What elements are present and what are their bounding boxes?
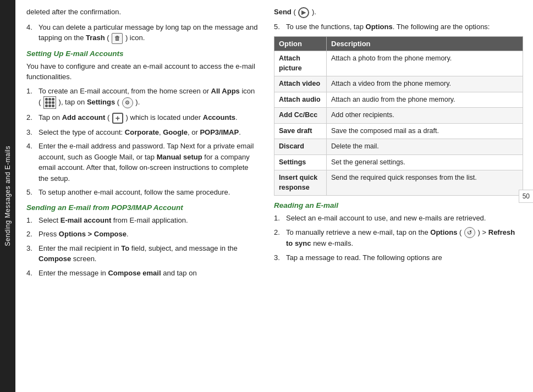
list-num: 1. [274, 213, 286, 224]
list-item: 4. Enter the e-mail address and password… [26, 141, 259, 184]
top-text: deleted after the confirmation. [26, 7, 259, 18]
section1-intro: You have to configure and create an e-ma… [26, 61, 259, 82]
settings-icon: ⚙ [122, 97, 133, 108]
list-content: To manually retrieve a new e-mail, tap o… [286, 227, 523, 249]
table-row: Attach pictureAttach a photo from the ph… [274, 51, 523, 76]
list-content: You can delete a particular message by l… [39, 22, 259, 44]
list-item: 5. To use the functions, tap Options. Th… [274, 21, 523, 32]
right-column: Send ( ▶ ). 5. To use the functions, tap… [268, 7, 533, 385]
section3-heading: Reading an E-mail [274, 201, 523, 209]
table-header-option: Option [274, 37, 327, 51]
list-item: 2. Tap on Add account ( + ) which is loc… [26, 112, 259, 124]
list-num: 2. [274, 227, 286, 249]
list-content: Press Options > Compose. [39, 229, 259, 240]
list-content: Tap on Add account ( + ) which is locate… [39, 112, 259, 124]
list-item: 3. Tap a message to read. The following … [274, 252, 523, 263]
list-num: 1. [26, 215, 39, 226]
table-cell-description: Attach a photo from the phone memory. [327, 51, 523, 76]
section2-list: 1. Select E-mail account from E-mail app… [26, 215, 259, 279]
table-row: DiscardDelete the mail. [274, 139, 523, 155]
table-cell-option: Attach picture [274, 51, 327, 76]
list-content: To use the functions, tap Options. The f… [286, 21, 523, 32]
table-header-description: Description [327, 37, 523, 51]
list-item: 4. You can delete a particular message b… [26, 22, 259, 44]
table-cell-description: Send the required quick responses from t… [327, 170, 523, 196]
list-content: Enter the e-mail address and password. T… [39, 141, 259, 184]
table-cell-option: Attach video [274, 76, 327, 92]
list-num: 4. [26, 268, 39, 279]
list-item: 1. To create an E-mail account, from the… [26, 86, 259, 109]
list-item: 1. Select E-mail account from E-mail app… [26, 215, 259, 226]
list-content: Tap a message to read. The following opt… [286, 252, 523, 263]
table-cell-option: Insert quick response [274, 170, 327, 196]
sidebar-label: Sending Messages and E-mails [4, 146, 12, 246]
sidebar: Sending Messages and E-mails [0, 0, 15, 392]
list-item: 2. To manually retrieve a new e-mail, ta… [274, 227, 523, 249]
list-num: 2. [26, 112, 39, 124]
list-num: 3. [26, 243, 39, 264]
table-cell-option: Attach audio [274, 92, 327, 108]
send-arrow-icon: ▶ [298, 7, 309, 18]
list-content: To create an E-mail account, from the ho… [39, 86, 259, 109]
send-line: Send ( ▶ ). [274, 7, 523, 18]
section1-list: 1. To create an E-mail account, from the… [26, 86, 259, 198]
list-num: 2. [26, 229, 39, 240]
list-before-section1: 4. You can delete a particular message b… [26, 22, 259, 44]
table-row: Add Cc/BccAdd other recipients. [274, 108, 523, 124]
list-item: 3. Enter the mail recipient in To field,… [26, 243, 259, 264]
list-content: Select E-mail account from E-mail applic… [39, 215, 259, 226]
table-row: Insert quick responseSend the required q… [274, 170, 523, 196]
apps-icon [43, 96, 56, 109]
list-num: 3. [274, 252, 286, 263]
table-cell-description: Add other recipients. [327, 108, 523, 124]
list-num: 5. [26, 187, 39, 198]
table-row: Attach audioAttach an audio from the pho… [274, 92, 523, 108]
table-cell-description: Attach a video from the phone memory. [327, 76, 523, 92]
main-content: deleted after the confirmation. 4. You c… [15, 0, 533, 392]
table-cell-description: Attach an audio from the phone memory. [327, 92, 523, 108]
table-cell-option: Save draft [274, 123, 327, 139]
list-item: 2. Press Options > Compose. [26, 229, 259, 240]
add-icon: + [112, 113, 123, 124]
section3-list: 1. Select an e-mail account to use, and … [274, 213, 523, 263]
table-row: SettingsSet the general settings. [274, 154, 523, 170]
left-column: deleted after the confirmation. 4. You c… [15, 7, 268, 385]
table-cell-description: Save the composed mail as a draft. [327, 123, 523, 139]
list-content: Select the type of account: Corporate, G… [39, 127, 259, 138]
list-item: 5. To setup another e-mail account, foll… [26, 187, 259, 198]
list-item: 4. Enter the message in Compose email an… [26, 268, 259, 279]
table-cell-description: Set the general settings. [327, 154, 523, 170]
table-row: Save draftSave the composed mail as a dr… [274, 123, 523, 139]
table-cell-description: Delete the mail. [327, 139, 523, 155]
trash-icon: 🗑 [112, 33, 123, 44]
list-num: 4. [26, 141, 39, 184]
section-options-list: 5. To use the functions, tap Options. Th… [274, 21, 523, 32]
list-num: 3. [26, 127, 39, 138]
list-content: To setup another e-mail account, follow … [39, 187, 259, 198]
table-row: Attach videoAttach a video from the phon… [274, 76, 523, 92]
list-content: Enter the mail recipient in To field, su… [39, 243, 259, 264]
list-num: 4. [26, 22, 39, 44]
list-item: 1. Select an e-mail account to use, and … [274, 213, 523, 224]
table-cell-option: Settings [274, 154, 327, 170]
list-content: Select an e-mail account to use, and new… [286, 213, 523, 224]
list-num: 5. [274, 21, 286, 32]
section1-heading: Setting Up E-mail Accounts [26, 49, 259, 58]
list-num: 1. [26, 86, 39, 109]
options-table: Option Description Attach pictureAttach … [274, 36, 523, 196]
page-number: 50 [519, 190, 533, 203]
refresh-icon: ↺ [464, 227, 475, 238]
list-item: 3. Select the type of account: Corporate… [26, 127, 259, 138]
table-cell-option: Add Cc/Bcc [274, 108, 327, 124]
section2-heading: Sending an E-mail from POP3/IMAP Account [26, 203, 259, 212]
table-cell-option: Discard [274, 139, 327, 155]
list-content: Enter the message in Compose email and t… [39, 268, 259, 279]
